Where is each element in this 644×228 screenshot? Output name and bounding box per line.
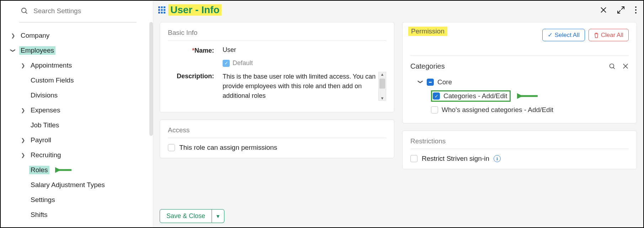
search-box[interactable] [14,6,149,18]
page-title: User - Info [168,4,222,16]
check-icon: ✓ [548,31,553,39]
chevron-down-icon: ❯ [418,80,424,85]
who-assigned-checkbox[interactable] [431,106,438,113]
svg-rect-5 [164,6,165,8]
svg-line-14 [621,7,624,10]
expand-icon[interactable] [617,6,625,14]
sidebar-scrollbar[interactable] [149,22,153,136]
svg-rect-4 [161,6,163,8]
perm-search-icon[interactable] [609,63,616,70]
tree-roles[interactable]: Roles [1,163,153,177]
tree-label: Company [19,31,51,40]
description-scrollbar[interactable]: ▲ ▼ [378,72,386,101]
description-value[interactable]: This is the base user role with limited … [223,72,376,101]
svg-point-17 [635,9,637,11]
chevron-right-icon: ❯ [20,107,26,113]
annotation-arrow-icon [517,92,538,100]
svg-line-15 [618,10,621,13]
chevron-right-icon: ❯ [20,152,26,158]
clear-all-button[interactable]: Clear All [589,29,629,41]
trash-icon [594,32,599,38]
save-close-button[interactable]: Save & Close [160,209,212,223]
info-icon[interactable]: i [494,155,501,162]
access-card: Access This role can assign permissions [160,120,394,158]
tree-employees[interactable]: ❯ Employees [1,43,153,58]
svg-line-20 [613,67,615,69]
tree-shifts[interactable]: Shifts [1,207,153,222]
tree-salary-adj[interactable]: Salary Adjustment Types [1,177,153,192]
tree-job-titles[interactable]: Job Titles [1,118,153,133]
basic-info-card: Basic Info *Name: User ✓ Default Descrip… [160,22,394,112]
chevron-right-icon: ❯ [20,137,26,143]
name-value[interactable]: User [223,46,386,54]
categories-label: Categories [410,62,445,70]
perm-close-icon[interactable] [622,63,629,70]
perm-node-categories-addedit[interactable]: ✓ Categories - Add/Edit [431,88,629,104]
annotation-arrow-icon [55,166,72,174]
search-input[interactable] [33,7,142,15]
card-title: Access [168,126,386,134]
svg-line-1 [26,12,27,14]
card-title: Restrictions [410,137,629,145]
svg-rect-3 [158,6,160,8]
grid-icon[interactable] [158,6,166,14]
categories-addedit-checkbox[interactable]: ✓ [433,92,440,100]
chevron-down-icon: ❯ [10,47,16,54]
scroll-down-icon[interactable]: ▼ [380,96,384,100]
search-icon [21,7,28,15]
card-title: Permission [408,27,447,36]
svg-rect-10 [161,12,163,14]
chevron-right-icon: ❯ [10,33,16,38]
default-checkbox[interactable]: ✓ [223,60,230,67]
name-label: *Name: [168,46,214,54]
scroll-up-icon[interactable]: ▲ [380,72,384,76]
svg-point-19 [610,64,614,68]
svg-rect-6 [158,9,160,11]
svg-rect-9 [158,12,160,14]
save-dropdown-button[interactable]: ▼ [212,209,224,223]
assign-perm-label: This role can assign permissions [179,144,277,152]
tree-appointments[interactable]: ❯ Appointments [1,58,153,73]
svg-rect-8 [164,9,165,11]
description-label: Description: [168,72,214,80]
svg-point-0 [22,8,26,13]
select-all-button[interactable]: ✓ Select All [542,29,585,41]
permission-card: Permission ✓ Select All Clear All [402,22,637,123]
tree-divisions[interactable]: Divisions [1,88,153,103]
settings-tree: ❯ Company ❯ Employees ❯ Appointments Cus… [1,25,153,222]
restrict-signin-checkbox[interactable] [410,155,417,162]
tree-settings[interactable]: Settings [1,192,153,207]
perm-node-who-assigned[interactable]: Who's assigned categories - Add/Edit [431,104,629,116]
card-title: Basic Info [168,29,386,37]
core-checkbox[interactable] [427,79,434,86]
restrictions-card: Restrictions Restrict Striven sign-in i [402,131,637,169]
tree-company[interactable]: ❯ Company [1,28,153,43]
more-icon[interactable] [635,6,637,14]
restrict-signin-label: Restrict Striven sign-in [422,155,489,163]
svg-rect-23 [429,82,432,83]
svg-point-16 [635,6,637,8]
svg-point-18 [635,12,637,14]
tree-custom-fields[interactable]: Custom Fields [1,73,153,88]
tree-payroll[interactable]: ❯ Payroll [1,133,153,148]
default-label: Default [233,59,253,67]
perm-node-core[interactable]: ❯ Core [418,76,629,88]
tree-expenses[interactable]: ❯ Expenses [1,103,153,118]
assign-perm-checkbox[interactable] [168,144,175,151]
svg-rect-11 [164,12,165,14]
tree-label: Employees [19,46,55,55]
svg-rect-7 [161,9,163,11]
close-icon[interactable] [600,6,607,14]
tree-recruiting[interactable]: ❯ Recruiting [1,148,153,163]
chevron-right-icon: ❯ [20,63,26,68]
